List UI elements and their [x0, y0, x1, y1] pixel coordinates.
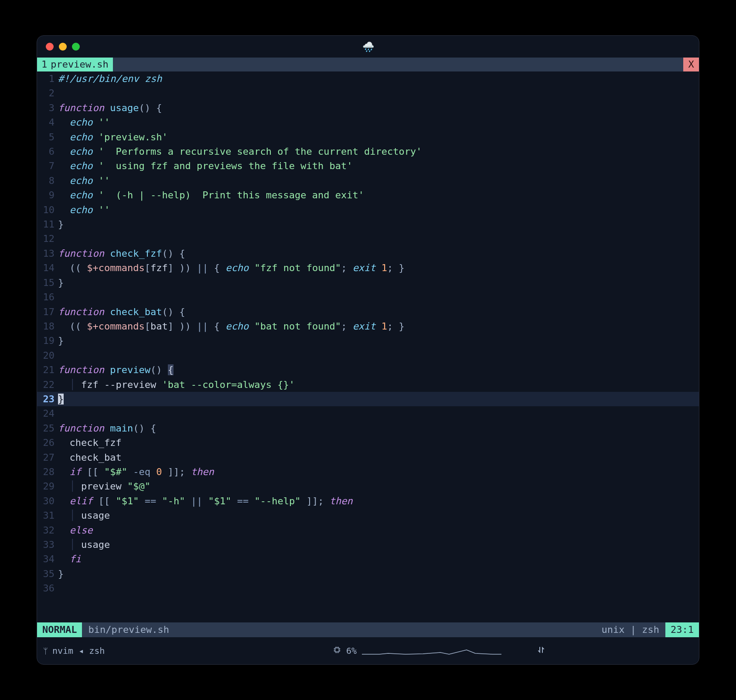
buffer-tabline: 1 preview.sh X [37, 58, 699, 71]
code-line[interactable]: 32 else [37, 523, 699, 537]
code-content [58, 406, 699, 421]
tmux-windows: nvim ◂ zsh [52, 646, 105, 656]
cpu-sparkline [362, 646, 501, 656]
line-number: 31 [37, 508, 58, 523]
code-line[interactable]: 13function check_fzf() { [37, 246, 699, 261]
code-line[interactable]: 27 check_bat [37, 450, 699, 465]
code-line[interactable]: 34 fi [37, 552, 699, 566]
code-line[interactable]: 23} [37, 392, 699, 406]
window-title: 🌧️ [362, 41, 374, 52]
code-line[interactable]: 33 │ usage [37, 537, 699, 552]
code-line[interactable]: 36 [37, 581, 699, 595]
line-number: 6 [37, 144, 58, 159]
line-number: 19 [37, 333, 58, 348]
code-content: echo ' using fzf and previews the file w… [58, 159, 699, 173]
minimize-window-button[interactable] [59, 43, 67, 51]
line-number: 12 [37, 231, 58, 246]
code-line[interactable]: 25function main() { [37, 421, 699, 435]
code-content: echo 'preview.sh' [58, 130, 699, 144]
line-number: 15 [37, 275, 58, 290]
code-content: function usage() { [58, 101, 699, 115]
code-line[interactable]: 10 echo '' [37, 203, 699, 217]
code-line[interactable]: 22 │ fzf --preview 'bat --color=always {… [37, 377, 699, 392]
line-number: 22 [37, 377, 58, 392]
line-number: 18 [37, 319, 58, 333]
code-content: fi [58, 552, 699, 566]
code-line[interactable]: 15} [37, 275, 699, 290]
code-line[interactable]: 28 if [[ "$#" -eq 0 ]]; then [37, 465, 699, 479]
cpu-icon [333, 646, 341, 656]
code-line[interactable]: 8 echo '' [37, 173, 699, 188]
code-line[interactable]: 5 echo 'preview.sh' [37, 130, 699, 144]
code-line[interactable]: 35} [37, 567, 699, 581]
code-content: echo '' [58, 203, 699, 217]
code-line[interactable]: 12 [37, 231, 699, 246]
code-content: │ usage [58, 508, 699, 523]
code-line[interactable]: 29 │ preview "$@" [37, 479, 699, 493]
line-number: 4 [37, 115, 58, 129]
code-content: │ usage [58, 537, 699, 552]
code-content: function main() { [58, 421, 699, 435]
line-number: 10 [37, 203, 58, 217]
terminal-window: 🌧️ 1 preview.sh X 1#!/usr/bin/env zsh23f… [37, 35, 699, 665]
code-line[interactable]: 17function check_bat() { [37, 305, 699, 319]
tab-filename: preview.sh [51, 58, 108, 71]
code-content: echo '' [58, 115, 699, 129]
tab-close-button[interactable]: X [683, 58, 699, 71]
code-line[interactable]: 21function preview() { [37, 363, 699, 377]
svg-rect-0 [335, 648, 339, 652]
code-line[interactable]: 31 │ usage [37, 508, 699, 523]
code-content: #!/usr/bin/env zsh [58, 71, 699, 86]
code-line[interactable]: 11} [37, 217, 699, 231]
code-content: echo ' Performs a recursive search of th… [58, 144, 699, 159]
line-number: 13 [37, 246, 58, 261]
line-number: 11 [37, 217, 58, 231]
network-icon [538, 646, 545, 656]
buffer-tab-active[interactable]: 1 preview.sh [37, 58, 113, 71]
code-line[interactable]: 16 [37, 290, 699, 304]
line-number: 17 [37, 305, 58, 319]
code-line[interactable]: 24 [37, 406, 699, 421]
editor-area[interactable]: 1#!/usr/bin/env zsh23function usage() {4… [37, 71, 699, 622]
code-line[interactable]: 9 echo ' (-h | --help) Print this messag… [37, 188, 699, 202]
code-content: │ preview "$@" [58, 479, 699, 493]
status-fileinfo: unix | zsh [596, 622, 665, 637]
code-line[interactable]: 4 echo '' [37, 115, 699, 129]
code-line[interactable]: 30 elif [[ "$1" == "-h" || "$1" == "--he… [37, 494, 699, 508]
line-number: 28 [37, 465, 58, 479]
code-content: echo '' [58, 173, 699, 188]
maximize-window-button[interactable] [72, 43, 80, 51]
line-number: 14 [37, 261, 58, 275]
cursor-position: 23:1 [665, 622, 699, 637]
code-content [58, 86, 699, 100]
code-content: check_bat [58, 450, 699, 465]
code-content: (( $+commands[fzf] )) || { echo "fzf not… [58, 261, 699, 275]
line-number: 3 [37, 101, 58, 115]
close-window-button[interactable] [46, 43, 54, 51]
code-line[interactable]: 3function usage() { [37, 101, 699, 115]
statusline: NORMAL bin/preview.sh unix | zsh 23:1 [37, 622, 699, 637]
code-content: check_fzf [58, 435, 699, 450]
code-line[interactable]: 2 [37, 86, 699, 100]
line-number: 35 [37, 567, 58, 581]
line-number: 29 [37, 479, 58, 493]
code-line[interactable]: 20 [37, 348, 699, 363]
code-line[interactable]: 14 (( $+commands[fzf] )) || { echo "fzf … [37, 261, 699, 275]
code-line[interactable]: 18 (( $+commands[bat] )) || { echo "bat … [37, 319, 699, 333]
code-content: │ fzf --preview 'bat --color=always {}' [58, 377, 699, 392]
code-line[interactable]: 1#!/usr/bin/env zsh [37, 71, 699, 86]
line-number: 30 [37, 494, 58, 508]
code-content: else [58, 523, 699, 537]
code-line[interactable]: 26 check_fzf [37, 435, 699, 450]
line-number: 36 [37, 581, 58, 595]
line-number: 32 [37, 523, 58, 537]
code-content: } [58, 392, 699, 406]
code-content: } [58, 217, 699, 231]
code-line[interactable]: 19} [37, 333, 699, 348]
code-line[interactable]: 6 echo ' Performs a recursive search of … [37, 144, 699, 159]
code-content [58, 231, 699, 246]
code-line[interactable]: 7 echo ' using fzf and previews the file… [37, 159, 699, 173]
line-number: 1 [37, 71, 58, 86]
line-number: 5 [37, 130, 58, 144]
code-content: echo ' (-h | --help) Print this message … [58, 188, 699, 202]
